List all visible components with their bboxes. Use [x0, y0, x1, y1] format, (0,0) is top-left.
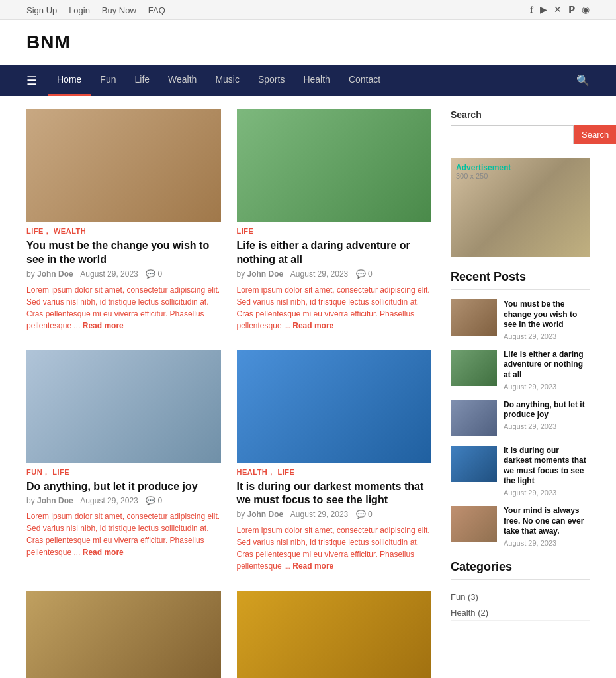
recent-post-image — [451, 446, 497, 482]
top-bar: Sign Up Login Buy Now FAQ 𝐟 ▶ ✕ 𝗣 ◉ — [0, 0, 616, 20]
ad-label: Advertisement — [456, 163, 511, 172]
logo-area: BNM — [0, 20, 616, 65]
recent-post-info: Your mind is always free. No one can eve… — [504, 506, 590, 547]
category-item[interactable]: Health (2) — [451, 605, 590, 621]
article-comments: 💬 0 — [356, 510, 373, 519]
article-comments: 💬 0 — [146, 496, 162, 505]
nav-health[interactable]: Health — [294, 65, 339, 96]
article-categories: LIFE, WEALTH — [26, 227, 221, 235]
recent-post-date: August 29, 2023 — [504, 489, 590, 497]
recent-post-title[interactable]: Your mind is always free. No one can eve… — [504, 506, 590, 537]
advertisement-banner: Advertisement 300 x 250 — [451, 158, 590, 257]
category-label: Health (2) — [451, 608, 488, 618]
category-label: Fun (3) — [451, 592, 478, 602]
article-card: LIFE — [237, 591, 431, 678]
recent-post-date: August 29, 2023 — [504, 422, 590, 430]
read-more-link[interactable]: Read more — [83, 548, 124, 557]
nav-search-icon[interactable]: 🔍 — [576, 74, 590, 87]
faq-link[interactable]: FAQ — [148, 5, 165, 15]
article-card: LIFE — [26, 591, 221, 678]
article-comments: 💬 0 — [356, 269, 373, 279]
recent-post-item: Your mind is always free. No one can eve… — [451, 506, 590, 547]
categories-title: Categories — [451, 560, 590, 580]
recent-post-image — [451, 506, 497, 542]
article-byline: by John Doe August 29, 2023 💬 0 — [237, 269, 431, 279]
article-title[interactable]: Life is either a daring adventure or not… — [237, 239, 431, 267]
article-author: by John Doe — [237, 269, 284, 279]
article-date: August 29, 2023 — [290, 269, 348, 279]
article-comments: 💬 0 — [146, 269, 162, 279]
recent-post-date: August 29, 2023 — [504, 383, 590, 391]
nav-fun[interactable]: Fun — [91, 65, 125, 96]
article-excerpt: Lorem ipsum dolor sit amet, consectetur … — [26, 510, 221, 558]
article-date: August 29, 2023 — [80, 496, 138, 505]
recent-post-title[interactable]: You must be the change you wish to see i… — [504, 299, 590, 330]
search-input[interactable] — [451, 125, 574, 144]
search-button[interactable]: Search — [574, 125, 616, 144]
nav-wealth[interactable]: Wealth — [159, 65, 206, 96]
instagram-icon[interactable]: ◉ — [582, 4, 590, 15]
article-image — [26, 591, 221, 678]
recent-post-image — [451, 400, 497, 436]
article-title[interactable]: It is during our darkest moments that we… — [237, 480, 431, 508]
article-byline: by John Doe August 29, 2023 💬 0 — [26, 496, 221, 505]
nav-home[interactable]: Home — [48, 65, 91, 96]
article-author: by John Doe — [26, 269, 73, 279]
search-label: Search — [451, 109, 590, 120]
article-image — [237, 350, 431, 463]
recent-post-info: Life is either a daring adventure or not… — [504, 350, 590, 391]
recent-post-image — [451, 350, 497, 386]
recent-post-item: Do anything, but let it produce joy Augu… — [451, 400, 590, 436]
sidebar: Search Search Advertisement 300 x 250 Re… — [451, 109, 590, 678]
facebook-icon[interactable]: 𝐟 — [530, 4, 533, 15]
main-nav: ☰ Home Fun Life Wealth Music Sports Heal… — [0, 65, 616, 96]
nav-contact[interactable]: Contact — [339, 65, 390, 96]
ad-dimensions: 300 x 250 — [456, 172, 488, 180]
article-card: LIFE, WEALTH You must be the change you … — [26, 109, 221, 334]
article-excerpt: Lorem ipsum dolor sit amet, consectetur … — [237, 284, 431, 332]
recent-post-item: It is during our darkest moments that we… — [451, 446, 590, 497]
login-link[interactable]: Login — [69, 5, 90, 15]
recent-post-image — [451, 299, 497, 336]
recent-post-info: You must be the change you wish to see i… — [504, 299, 590, 340]
article-grid: LIFE, WEALTH You must be the change you … — [26, 109, 431, 678]
recent-post-item: Life is either a daring adventure or not… — [451, 350, 590, 391]
recent-post-item: You must be the change you wish to see i… — [451, 299, 590, 340]
top-bar-links: Sign Up Login Buy Now FAQ — [26, 5, 175, 15]
pinterest-icon[interactable]: 𝗣 — [568, 4, 575, 15]
twitter-icon[interactable]: ✕ — [554, 4, 562, 15]
buynow-link[interactable]: Buy Now — [102, 5, 136, 15]
site-logo[interactable]: BNM — [26, 32, 590, 53]
category-item[interactable]: Fun (3) — [451, 589, 590, 605]
article-card: HEALTH, LIFE It is during our darkest mo… — [237, 350, 431, 575]
nav-links: Home Fun Life Wealth Music Sports Health… — [48, 65, 576, 96]
main-container: LIFE, WEALTH You must be the change you … — [0, 96, 616, 678]
recent-post-title[interactable]: It is during our darkest moments that we… — [504, 446, 590, 487]
sidebar-search: Search Search — [451, 109, 590, 144]
read-more-link[interactable]: Read more — [83, 321, 124, 330]
article-card: LIFE Life is either a daring adventure o… — [237, 109, 431, 334]
nav-sports[interactable]: Sports — [249, 65, 294, 96]
content-area: LIFE, WEALTH You must be the change you … — [26, 109, 431, 678]
article-categories: HEALTH, LIFE — [237, 468, 431, 476]
signup-link[interactable]: Sign Up — [26, 5, 57, 15]
article-date: August 29, 2023 — [80, 269, 138, 279]
hamburger-icon[interactable]: ☰ — [26, 73, 37, 88]
youtube-icon[interactable]: ▶ — [540, 4, 547, 15]
read-more-link[interactable]: Read more — [292, 561, 333, 571]
recent-post-title[interactable]: Do anything, but let it produce joy — [504, 400, 590, 420]
article-title[interactable]: You must be the change you wish to see i… — [26, 239, 221, 267]
social-icons: 𝐟 ▶ ✕ 𝗣 ◉ — [530, 4, 590, 15]
recent-post-date: August 29, 2023 — [504, 539, 590, 547]
article-byline: by John Doe August 29, 2023 💬 0 — [237, 510, 431, 519]
recent-post-title[interactable]: Life is either a daring adventure or not… — [504, 350, 590, 381]
article-author: by John Doe — [26, 496, 73, 505]
read-more-link[interactable]: Read more — [292, 321, 333, 330]
article-image — [26, 109, 221, 222]
recent-post-date: August 29, 2023 — [504, 332, 590, 340]
search-row: Search — [451, 125, 590, 144]
nav-life[interactable]: Life — [125, 65, 159, 96]
article-categories: FUN, LIFE — [26, 468, 221, 476]
nav-music[interactable]: Music — [206, 65, 249, 96]
article-title[interactable]: Do anything, but let it produce joy — [26, 480, 221, 494]
